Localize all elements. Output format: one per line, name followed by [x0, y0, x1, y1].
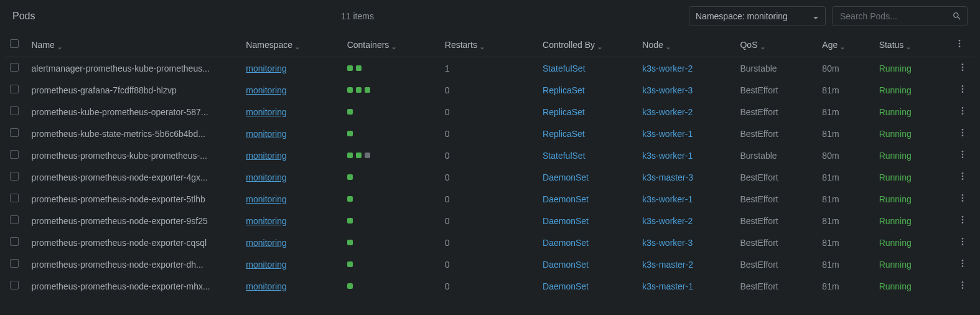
row-checkbox[interactable] — [10, 194, 19, 202]
status-badge: Running — [879, 194, 912, 204]
select-all-checkbox[interactable] — [10, 39, 19, 48]
namespace-link[interactable]: monitoring — [246, 260, 286, 270]
namespace-select[interactable]: Namespace: monitoring — [689, 6, 826, 26]
row-actions-icon[interactable] — [958, 258, 968, 268]
pod-name[interactable]: prometheus-prometheus-node-exporter-mhx.… — [26, 275, 241, 297]
table-row[interactable]: prometheus-kube-state-metrics-5b6c6b4bd.… — [5, 123, 975, 144]
namespace-link[interactable]: monitoring — [246, 194, 286, 204]
sort-caret-icon — [480, 43, 485, 48]
table-row[interactable]: prometheus-prometheus-kube-prometheus-..… — [5, 144, 975, 166]
controlled-by-link[interactable]: DaemonSet — [543, 238, 589, 248]
row-checkbox[interactable] — [10, 172, 19, 181]
table-row[interactable]: prometheus-prometheus-node-exporter-dh..… — [5, 253, 975, 275]
namespace-link[interactable]: monitoring — [246, 281, 286, 291]
col-status[interactable]: Status — [874, 32, 950, 57]
row-checkbox[interactable] — [10, 128, 19, 137]
col-containers[interactable]: Containers — [342, 32, 440, 57]
namespace-link[interactable]: monitoring — [246, 129, 286, 139]
row-checkbox[interactable] — [10, 106, 19, 115]
table-row[interactable]: prometheus-prometheus-node-exporter-mhx.… — [5, 275, 975, 297]
col-node[interactable]: Node — [637, 32, 735, 57]
node-link[interactable]: k3s-worker-1 — [642, 194, 693, 204]
namespace-link[interactable]: monitoring — [246, 107, 286, 117]
namespace-link[interactable]: monitoring — [246, 216, 286, 226]
row-actions-icon[interactable] — [958, 237, 968, 247]
controlled-by-link[interactable]: DaemonSet — [543, 194, 589, 204]
search-input[interactable] — [838, 7, 952, 25]
col-namespace[interactable]: Namespace — [241, 32, 342, 57]
controlled-by-link[interactable]: ReplicaSet — [543, 129, 585, 139]
row-checkbox[interactable] — [10, 85, 19, 93]
svg-point-6 — [961, 85, 963, 87]
pod-name[interactable]: prometheus-prometheus-node-exporter-5tlh… — [26, 188, 241, 210]
namespace-link[interactable]: monitoring — [246, 151, 286, 161]
row-checkbox[interactable] — [10, 281, 19, 289]
table-row[interactable]: alertmanager-prometheus-kube-prometheus.… — [5, 57, 975, 80]
pod-name[interactable]: prometheus-grafana-7fcdff88bd-hlzvp — [26, 79, 241, 101]
table-row[interactable]: prometheus-prometheus-node-exporter-5tlh… — [5, 188, 975, 210]
node-link[interactable]: k3s-worker-2 — [642, 63, 693, 73]
controlled-by-link[interactable]: DaemonSet — [543, 216, 589, 226]
row-actions-icon[interactable] — [958, 106, 968, 116]
age-cell: 81m — [817, 275, 874, 297]
controlled-by-link[interactable]: DaemonSet — [543, 260, 589, 270]
namespace-link[interactable]: monitoring — [246, 172, 286, 182]
svg-point-33 — [961, 281, 963, 283]
pod-name[interactable]: prometheus-kube-prometheus-operator-587.… — [26, 101, 241, 123]
table-row[interactable]: prometheus-grafana-7fcdff88bd-hlzvpmonit… — [5, 79, 975, 101]
row-actions-icon[interactable] — [958, 62, 968, 72]
row-actions-icon[interactable] — [958, 280, 968, 290]
node-link[interactable]: k3s-master-3 — [642, 172, 693, 182]
controlled-by-link[interactable]: ReplicaSet — [543, 85, 585, 95]
node-link[interactable]: k3s-worker-1 — [642, 129, 693, 139]
table-row[interactable]: prometheus-prometheus-node-exporter-9sf2… — [5, 210, 975, 232]
col-name[interactable]: Name — [26, 32, 241, 57]
col-controlled-by[interactable]: Controlled By — [538, 32, 637, 57]
table-row[interactable]: prometheus-prometheus-node-exporter-cqsq… — [5, 232, 975, 253]
row-actions-icon[interactable] — [958, 84, 968, 94]
namespace-link[interactable]: monitoring — [246, 85, 286, 95]
row-checkbox[interactable] — [10, 150, 19, 159]
table-row[interactable]: prometheus-prometheus-node-exporter-4gx.… — [5, 166, 975, 188]
pod-name[interactable]: prometheus-kube-state-metrics-5b6c6b4bd.… — [26, 123, 241, 144]
pod-name[interactable]: prometheus-prometheus-node-exporter-dh..… — [26, 253, 241, 275]
row-checkbox[interactable] — [10, 63, 19, 72]
row-actions-icon[interactable] — [958, 193, 968, 203]
search-box[interactable] — [832, 6, 968, 26]
node-link[interactable]: k3s-worker-2 — [642, 216, 693, 226]
pod-name[interactable]: prometheus-prometheus-node-exporter-9sf2… — [26, 210, 241, 232]
namespace-link[interactable]: monitoring — [246, 238, 286, 248]
controlled-by-link[interactable]: StatefulSet — [543, 63, 586, 73]
node-link[interactable]: k3s-worker-2 — [642, 107, 693, 117]
col-age[interactable]: Age — [817, 32, 874, 57]
svg-point-7 — [961, 88, 963, 90]
row-actions-icon[interactable] — [958, 149, 968, 159]
pod-name[interactable]: alertmanager-prometheus-kube-prometheus.… — [26, 57, 241, 80]
table-row[interactable]: prometheus-kube-prometheus-operator-587.… — [5, 101, 975, 123]
row-checkbox[interactable] — [10, 215, 19, 224]
node-link[interactable]: k3s-master-1 — [642, 281, 693, 291]
controlled-by-link[interactable]: StatefulSet — [543, 151, 586, 161]
row-actions-icon[interactable] — [958, 128, 968, 138]
node-link[interactable]: k3s-worker-3 — [642, 238, 693, 248]
col-restarts[interactable]: Restarts — [440, 32, 538, 57]
pod-name[interactable]: prometheus-prometheus-node-exporter-cqsq… — [26, 232, 241, 253]
col-qos[interactable]: QoS — [735, 32, 817, 57]
container-status-dots — [347, 153, 435, 158]
namespace-link[interactable]: monitoring — [246, 63, 286, 73]
pod-name[interactable]: prometheus-prometheus-node-exporter-4gx.… — [26, 166, 241, 188]
node-link[interactable]: k3s-master-2 — [642, 260, 693, 270]
container-status-dots — [347, 109, 435, 115]
node-link[interactable]: k3s-worker-1 — [642, 151, 693, 161]
controlled-by-link[interactable]: DaemonSet — [543, 172, 589, 182]
node-link[interactable]: k3s-worker-3 — [642, 85, 693, 95]
row-actions-icon[interactable] — [958, 171, 968, 181]
svg-point-22 — [961, 197, 963, 199]
controlled-by-link[interactable]: DaemonSet — [543, 281, 589, 291]
col-actions[interactable] — [950, 32, 975, 57]
row-checkbox[interactable] — [10, 259, 19, 268]
pod-name[interactable]: prometheus-prometheus-kube-prometheus-..… — [26, 144, 241, 166]
controlled-by-link[interactable]: ReplicaSet — [543, 107, 585, 117]
row-checkbox[interactable] — [10, 237, 19, 246]
row-actions-icon[interactable] — [958, 215, 968, 225]
